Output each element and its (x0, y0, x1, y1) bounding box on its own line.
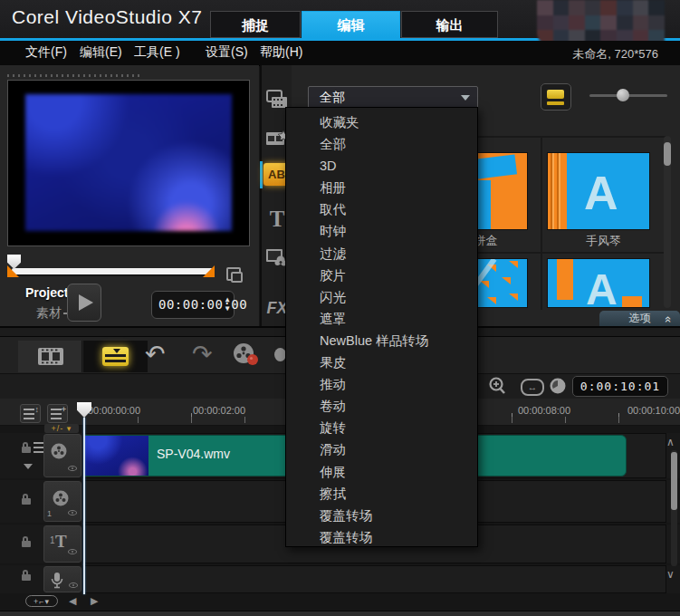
options-label: 选项 (629, 312, 651, 324)
voice-track-header[interactable] (43, 566, 81, 592)
track-list-icon[interactable] (34, 442, 43, 453)
menu-file[interactable]: 文件(F) (25, 44, 67, 61)
project-info: 未命名, 720*576 (572, 46, 658, 63)
redo-button[interactable]: ↷ (192, 340, 213, 368)
tab-capture[interactable]: 捕捉 (210, 11, 301, 38)
swap-track-button[interactable]: +⌐▾ (25, 595, 58, 607)
lock-icon[interactable] (22, 498, 31, 505)
undo-button[interactable]: ↶ (145, 340, 166, 368)
dropdown-item-newblue[interactable]: NewBlue 样品转场 (286, 330, 477, 351)
dropdown-item-overlay1[interactable]: 覆盖转场 (286, 505, 477, 526)
overlay-track-header[interactable]: 1 (43, 481, 81, 522)
lock-icon[interactable] (22, 574, 31, 581)
timeline-timecode[interactable]: 0:00:10:01 (572, 376, 668, 397)
eye-icon[interactable] (68, 549, 77, 554)
dropdown-item-clock[interactable]: 时钟 (286, 220, 477, 242)
app-title: Corel VideoStudio X7 (12, 6, 202, 28)
add-track-icon[interactable]: + (47, 404, 68, 423)
timecode-spinner[interactable]: ▲▼ (225, 295, 230, 313)
chevron-down-icon (461, 95, 470, 101)
play-icon (79, 294, 93, 311)
lock-icon[interactable] (22, 447, 31, 453)
dropdown-item-rotate[interactable]: 旋转 (286, 417, 477, 438)
options-button[interactable]: 选项 « (599, 311, 680, 326)
dropdown-item-3d[interactable]: 3D (286, 155, 477, 177)
zoom-slider-knob[interactable] (617, 89, 629, 101)
preview-video-frame (25, 94, 232, 231)
timeline-scrollbar-thumb[interactable] (671, 452, 677, 510)
clip-mode-label[interactable]: 素材 (36, 305, 62, 322)
tab-output[interactable]: 输出 (401, 11, 498, 38)
enlarge-preview-icon[interactable] (226, 267, 241, 281)
voice-track-lane[interactable] (82, 565, 666, 593)
censored-region (537, 0, 680, 45)
track-number: 1 (50, 535, 55, 545)
eye-icon[interactable] (68, 510, 77, 515)
dropdown-item-overlay2[interactable]: 覆盖转场 (286, 526, 477, 548)
dropdown-item-slide[interactable]: 滑动 (286, 438, 477, 460)
status-strip (0, 611, 680, 616)
eye-icon[interactable] (68, 466, 77, 471)
dropdown-item-push[interactable]: 推动 (286, 373, 477, 395)
project-mode-label[interactable]: Project (25, 285, 68, 300)
menu-settings[interactable]: 设置(S) (206, 44, 248, 61)
scroll-up-icon[interactable]: ∧ (666, 436, 675, 448)
clock-duration-icon[interactable] (549, 377, 567, 395)
storyboard-view-button[interactable] (18, 341, 82, 372)
preview-screen (7, 80, 250, 246)
videostudio-window: Corel VideoStudio X7 捕捉 编辑 输出 文件(F) 编辑(E… (0, 0, 680, 616)
dropdown-item-favorites[interactable]: 收藏夹 (286, 111, 477, 133)
lock-icon[interactable] (22, 541, 31, 547)
panel-drag-handle[interactable] (7, 74, 143, 77)
transition-thumbnail-4[interactable]: A (547, 258, 650, 308)
chevron-down-icon[interactable] (24, 464, 33, 469)
title-track-header[interactable]: 1 T (43, 525, 81, 563)
trim-end-marker[interactable] (203, 265, 215, 277)
track-scale-button[interactable]: +/- ▾ (44, 424, 79, 433)
gallery-filter-value: 全部 (320, 90, 345, 104)
chevron-up-double-icon: « (661, 316, 676, 322)
trim-bar[interactable] (12, 268, 213, 274)
playhead-line[interactable] (83, 418, 85, 594)
scroll-right-icon[interactable]: ▶ (91, 595, 98, 607)
dropdown-item-film[interactable]: 胶片 (286, 265, 477, 286)
dropdown-item-replace[interactable]: 取代 (286, 198, 477, 220)
title-track-icon: T (55, 532, 67, 552)
transition-category-dropdown: 收藏夹 全部 3D 相册 取代 时钟 过滤 胶片 闪光 遮罩 NewBlue 样… (285, 107, 478, 547)
dropdown-item-stretch[interactable]: 伸展 (286, 461, 477, 483)
clip-name: SP-V04.wmv (157, 447, 230, 461)
clip-thumbnail (85, 436, 148, 476)
scroll-left-icon[interactable]: ◀ (69, 595, 76, 607)
dropdown-item-all[interactable]: 全部 (286, 133, 477, 155)
tab-edit[interactable]: 编辑 (302, 11, 400, 38)
scroll-down-icon[interactable]: ∨ (666, 568, 675, 581)
timeline-view-button[interactable] (83, 341, 148, 372)
gallery-filter-select[interactable]: 全部 (308, 86, 478, 109)
record-capture-icon[interactable] (232, 342, 261, 369)
track-manager-icon[interactable]: ↕ (20, 404, 41, 423)
transition-thumbnail-accordion[interactable]: A (547, 152, 650, 230)
menu-help[interactable]: 帮助(H) (260, 44, 302, 61)
dropdown-item-roll[interactable]: 卷动 (286, 395, 477, 417)
dropdown-item-wipe[interactable]: 擦拭 (286, 483, 477, 505)
menu-tools[interactable]: 工具(E ) (134, 44, 180, 61)
layers-icon-bar (547, 101, 564, 105)
preview-timecode[interactable]: 00:00:00:00 ▲▼ (151, 291, 235, 319)
dropdown-item-album[interactable]: 相册 (286, 177, 477, 198)
dropdown-item-peel[interactable]: 果皮 (286, 351, 477, 373)
fit-timeline-icon[interactable]: ↔ (521, 379, 544, 396)
zoom-in-icon[interactable] (487, 376, 508, 397)
dropdown-item-mask[interactable]: 遮罩 (286, 308, 477, 330)
play-button[interactable] (67, 284, 101, 322)
dropdown-item-filter[interactable]: 过滤 (286, 243, 477, 265)
dropdown-item-flash[interactable]: 闪光 (286, 286, 477, 308)
view-toggle-button[interactable] (541, 83, 571, 111)
preview-timecode-value: 00:00:00:00 (158, 297, 247, 312)
eye-icon[interactable] (69, 582, 78, 588)
video-track-header[interactable] (43, 434, 81, 477)
gallery-scrollbar-thumb[interactable] (664, 142, 671, 166)
voice-track-row (0, 565, 680, 593)
grid-line (541, 136, 542, 310)
menu-edit[interactable]: 编辑(E) (80, 44, 122, 61)
layers-icon (547, 90, 564, 99)
